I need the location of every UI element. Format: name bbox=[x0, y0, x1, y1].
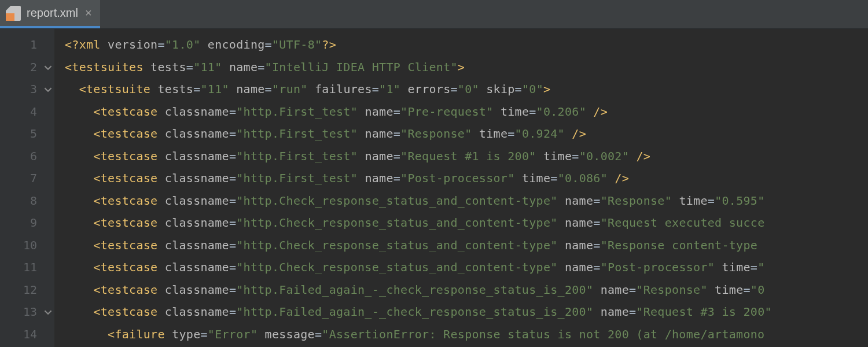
code-editor[interactable]: 1 2 3 4 5 6 7 8 9 10 11 12 13 14 <?xml v… bbox=[0, 29, 868, 347]
line-number: 6 bbox=[0, 145, 37, 168]
close-tab-icon[interactable]: × bbox=[85, 6, 92, 20]
xml-file-icon bbox=[6, 6, 21, 21]
line-number: 12 bbox=[0, 279, 37, 301]
line-number: 3 bbox=[0, 78, 37, 101]
line-number-gutter: 1 2 3 4 5 6 7 8 9 10 11 12 13 14 bbox=[0, 29, 54, 347]
code-line[interactable]: <?xml version="1.0" encoding="UTF-8"?> bbox=[65, 34, 868, 56]
line-number: 2 bbox=[0, 56, 37, 79]
code-line[interactable]: <testcase classname="http.First_test" na… bbox=[65, 123, 868, 145]
fold-column bbox=[43, 29, 54, 347]
code-line[interactable]: <testsuite tests="11" name="run" failure… bbox=[65, 78, 868, 101]
code-line[interactable]: <testcase classname="http.Failed_again_-… bbox=[65, 301, 868, 323]
line-number: 14 bbox=[0, 323, 37, 346]
code-line[interactable]: <testcase classname="http.Check_response… bbox=[65, 234, 868, 257]
code-line[interactable]: <testcase classname="http.Check_response… bbox=[65, 256, 868, 279]
line-number: 8 bbox=[0, 190, 37, 212]
fold-handle-icon[interactable] bbox=[44, 64, 52, 72]
code-line[interactable]: <testcase classname="http.Check_response… bbox=[65, 190, 868, 212]
line-number: 4 bbox=[0, 101, 37, 123]
code-area[interactable]: <?xml version="1.0" encoding="UTF-8"?><t… bbox=[54, 29, 868, 347]
fold-handle-icon[interactable] bbox=[44, 86, 52, 94]
line-number: 9 bbox=[0, 212, 37, 234]
tab-filename: report.xml bbox=[27, 6, 78, 20]
code-line[interactable]: <testcase classname="http.Failed_again_-… bbox=[65, 279, 868, 301]
line-number: 7 bbox=[0, 167, 37, 190]
line-number: 10 bbox=[0, 234, 37, 257]
line-number: 1 bbox=[0, 34, 37, 56]
editor-tab[interactable]: report.xml × bbox=[0, 0, 100, 28]
line-number: 5 bbox=[0, 123, 37, 145]
code-line[interactable]: <testsuites tests="11" name="IntelliJ ID… bbox=[65, 56, 868, 79]
code-line[interactable]: <testcase classname="http.First_test" na… bbox=[65, 145, 868, 168]
line-number: 11 bbox=[0, 256, 37, 279]
code-line[interactable]: <failure type="Error" message="Assertion… bbox=[65, 323, 868, 346]
line-number: 13 bbox=[0, 301, 37, 323]
code-line[interactable]: <testcase classname="http.First_test" na… bbox=[65, 167, 868, 190]
code-line[interactable]: <testcase classname="http.First_test" na… bbox=[65, 101, 868, 123]
tab-bar: report.xml × bbox=[0, 0, 868, 29]
fold-handle-icon[interactable] bbox=[44, 308, 52, 316]
code-line[interactable]: <testcase classname="http.Check_response… bbox=[65, 212, 868, 234]
